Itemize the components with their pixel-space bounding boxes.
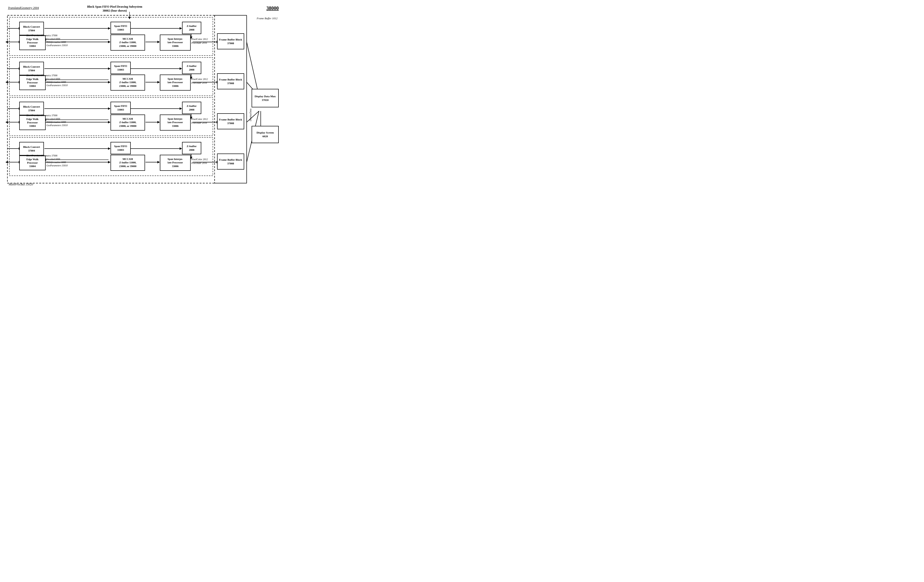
signal-hit-r4: HitInformation 6008 (46, 161, 66, 164)
svg-marker-80 (180, 147, 182, 150)
signal-btg-r2: ← BlockTranslatedGeometry 37006 (23, 74, 58, 77)
frame-buffer-r1: Frame Buffer Block 37008 (217, 33, 244, 50)
block-convert-r4: Block Convert 37004 (19, 142, 44, 155)
signal-geo-r2: GeoParameters 33010 (46, 84, 68, 87)
svg-marker-13 (108, 41, 111, 43)
frame-buffer-r2: Frame Buffer Block 37008 (217, 73, 244, 89)
signal-occ-r2: Occulted 6006 (46, 78, 60, 80)
svg-marker-34 (108, 81, 111, 83)
span-interp-r4: Span Interpo- late Processor 33006 (160, 155, 191, 171)
frame-buffer-r4: Frame Buffer Block 37008 (217, 154, 244, 170)
signal-occ-r4: Occulted 6006 (46, 158, 60, 160)
svg-marker-46 (5, 81, 8, 83)
signal-geo-r1: GeoParameters 33010 (46, 44, 68, 47)
edge-walk-r1: Edge Walk Processor 33004 (19, 35, 46, 50)
edge-walk-r4: Edge Walk Processor 33004 (19, 155, 46, 170)
signal-hit-r1: HitInformation 6008 (46, 41, 66, 43)
svg-marker-67 (5, 121, 8, 123)
zbuffer-r4: Z-buffer 2008 (182, 142, 201, 154)
mccam-r2: MCCAM Z-buffer 11000, 23000, or 39000 (111, 74, 145, 91)
signal-pixelcolor-r4: PixelColor 2012 (191, 158, 208, 161)
svg-marker-17 (180, 27, 182, 30)
span-interp-r3: Span Interpo- late Processor 33006 (160, 114, 191, 131)
signal-pixeladdr-r4: PixelAddr 2016 (191, 162, 207, 164)
signal-geo-r4: GeoParameters 33010 (46, 164, 68, 167)
svg-marker-25 (5, 41, 8, 43)
signal-pixeladdr-r2: PixelAddr 2016 (191, 81, 207, 84)
svg-marker-76 (108, 161, 111, 164)
signal-pixeladdr-r3: PixelAddr 2016 (191, 121, 207, 124)
signal-pixelcolor-r1: PixelColor 2012 (191, 38, 208, 40)
svg-marker-98 (128, 17, 131, 19)
signal-displaydata: DisplayData (249, 109, 252, 121)
signal-pixeladdr-r1: PixelAddr 2016 (191, 41, 207, 44)
title-translated-geometry: TranslatedGeometry 2004 (8, 6, 39, 10)
span-interp-r2: Span Interpo- late Processor 33006 (160, 74, 191, 91)
signal-occ-r3: Occulted 6006 (46, 118, 60, 120)
svg-marker-57 (157, 121, 160, 123)
title-block-span: Block Span FIFO Pixel Drawing Subsystem … (86, 5, 143, 13)
signal-geo-r3: GeoParameters 33010 (46, 124, 68, 127)
block-convert-r2: Block Convert 37004 (19, 62, 44, 75)
signal-btg-r3: ← BlockTranslatedGeometry 37006 (23, 114, 58, 117)
span-fifo-r3: Span FIFO 33003 (111, 102, 131, 114)
title-38000: 38000 (266, 5, 279, 11)
edge-walk-r2: Edge Walk Processor 33004 (19, 75, 46, 90)
svg-marker-74 (108, 147, 111, 150)
svg-line-92 (247, 111, 259, 122)
span-fifo-r4: Span FIFO 33003 (111, 142, 131, 154)
svg-marker-55 (108, 121, 111, 123)
signal-occ-r1: Occulted 6006 (46, 38, 60, 40)
span-fifo-r2: Span FIFO 33003 (111, 62, 131, 74)
svg-marker-88 (5, 161, 8, 164)
signal-hit-r3: HitInformation 6008 (46, 121, 66, 123)
block-convert-r1: Block Convert 37004 (19, 22, 44, 35)
signal-btg-r4: ← BlockTranslatedGeometry 37006 (23, 154, 58, 157)
svg-marker-32 (108, 68, 111, 70)
span-fifo-r1: Span FIFO 33003 (111, 22, 131, 34)
span-interp-r1: Span Interpo- late Processor 33006 (160, 35, 191, 51)
svg-line-90 (247, 42, 259, 96)
svg-marker-59 (180, 107, 182, 110)
display-screen: Display Screen 6020 (252, 126, 279, 143)
block-convert-r3: Block Convert 37004 (19, 102, 44, 115)
signal-pixelcolor-r2: PixelColor 2012 (191, 78, 208, 81)
mccam-r1: MCCAM Z-buffer 11000, 23000, or 39000 (111, 35, 145, 51)
block-diagram: TranslatedGeometry 2004 Block Span FIFO … (5, 5, 291, 188)
signal-hit-r2: HitInformation 6008 (46, 81, 66, 83)
svg-marker-78 (157, 161, 160, 164)
svg-marker-11 (108, 27, 111, 30)
display-data-mux: Display Data Mux 37010 (252, 89, 279, 107)
mccam-r3: MCCAM Z-buffer 11000, 23000, or 39000 (111, 114, 145, 131)
signal-pixelcolor-r3: PixelColor 2012 (191, 118, 208, 121)
zbuffer-r3: Z-buffer 2008 (182, 102, 201, 114)
main-proc-bus-label: MainProcBus 33020 (8, 183, 33, 186)
frame-buffer-label: Frame Buffer 1012 (257, 17, 277, 20)
signal-btg-r1: ← BlockTranslatedGeometry 37006 (23, 34, 58, 37)
svg-marker-36 (157, 81, 160, 83)
svg-marker-53 (108, 107, 111, 110)
zbuffer-r1: Z-buffer 2008 (182, 22, 201, 34)
svg-marker-15 (157, 41, 160, 43)
mccam-r4: MCCAM Z-buffer 11000, 23000, or 39000 (111, 155, 145, 171)
edge-walk-r3: Edge Walk Processor 33004 (19, 115, 46, 130)
frame-buffer-r3: Frame Buffer Block 37008 (217, 113, 244, 129)
zbuffer-r2: Z-buffer 2008 (182, 62, 201, 74)
svg-marker-38 (180, 68, 182, 70)
